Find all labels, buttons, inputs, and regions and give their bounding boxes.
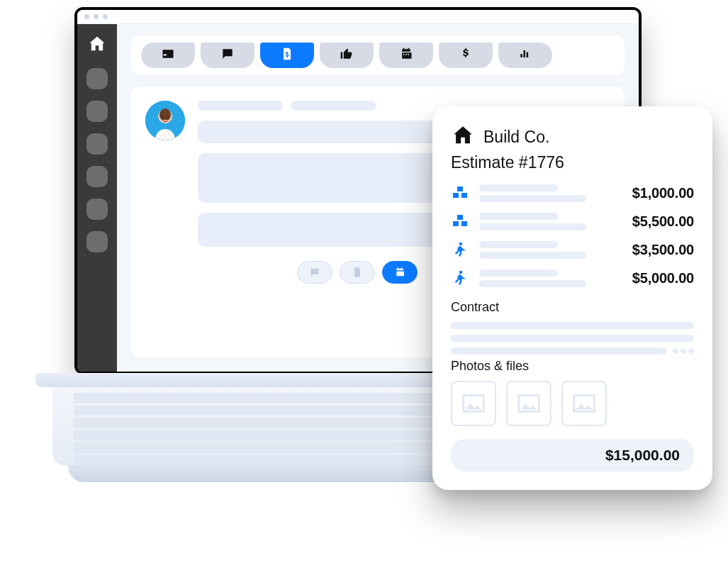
person-walking-icon	[451, 240, 469, 259]
sidebar-item[interactable]	[86, 166, 108, 187]
document-money-icon	[280, 47, 294, 64]
bar-chart-icon	[518, 47, 532, 64]
person-walking-icon	[451, 269, 469, 287]
customer-avatar	[145, 101, 185, 140]
line-item: $1,000.00	[451, 184, 694, 202]
line-item: $3,500.00	[451, 240, 694, 259]
sidebar-item[interactable]	[86, 68, 108, 89]
svg-rect-8	[453, 221, 459, 226]
action-document[interactable]	[340, 261, 375, 284]
line-item: $5,000.00	[451, 269, 694, 287]
boxes-icon	[451, 184, 469, 202]
line-item-price: $3,500.00	[632, 242, 694, 258]
company-name: Build Co.	[483, 128, 549, 147]
thumbs-up-icon	[340, 47, 354, 64]
sidebar-item[interactable]	[86, 231, 108, 252]
estimate-total: $15,000.00	[451, 439, 694, 472]
boxes-icon	[451, 212, 469, 230]
id-card-icon	[161, 47, 175, 64]
photos-heading: Photos & files	[451, 359, 694, 374]
line-item-price: $5,000.00	[632, 270, 694, 286]
tab-estimates[interactable]	[260, 43, 314, 68]
attachment-thumbnails	[451, 381, 694, 426]
line-item-price: $5,500.00	[632, 213, 694, 230]
estimate-number: Estimate #1776	[451, 153, 694, 172]
action-schedule[interactable]	[382, 261, 418, 284]
line-item: $5,500.00	[451, 212, 694, 230]
svg-point-11	[459, 271, 463, 274]
app-sidebar	[77, 24, 117, 372]
contract-heading: Contract	[451, 300, 694, 315]
svg-point-10	[459, 243, 463, 246]
total-amount: $15,000.00	[605, 447, 680, 464]
sidebar-item[interactable]	[86, 199, 108, 220]
tab-schedule[interactable]	[379, 43, 433, 68]
home-icon[interactable]	[87, 34, 107, 57]
image-thumbnail[interactable]	[561, 381, 607, 426]
svg-rect-9	[461, 221, 467, 226]
contract-preview	[451, 322, 694, 355]
window-dot	[94, 14, 99, 19]
svg-rect-6	[461, 193, 467, 198]
skeleton-line	[291, 101, 376, 111]
tab-contact[interactable]	[141, 43, 195, 68]
sidebar-item[interactable]	[86, 101, 108, 122]
line-item-price: $1,000.00	[632, 185, 694, 201]
tab-approvals[interactable]	[320, 43, 374, 68]
sidebar-item[interactable]	[86, 133, 108, 155]
home-icon	[451, 123, 475, 150]
estimate-panel: Build Co. Estimate #1776 $1,000.00 $5,50…	[432, 106, 712, 490]
action-message[interactable]	[297, 261, 332, 284]
browser-chrome	[77, 10, 639, 24]
window-dot	[84, 14, 89, 19]
line-items: $1,000.00 $5,500.00 $3,500.00 $5,000.00	[451, 184, 694, 287]
chat-icon	[220, 47, 235, 64]
image-thumbnail[interactable]	[506, 381, 551, 426]
tab-bar	[131, 35, 625, 75]
image-thumbnail[interactable]	[451, 381, 496, 426]
calendar-icon	[399, 47, 413, 64]
tab-reports[interactable]	[498, 43, 552, 68]
svg-rect-7	[457, 215, 463, 220]
window-dot	[103, 14, 108, 19]
dollar-icon	[459, 47, 473, 64]
svg-point-2	[162, 116, 164, 118]
skeleton-line	[198, 101, 283, 111]
tab-payments[interactable]	[439, 43, 493, 68]
svg-rect-5	[453, 193, 459, 198]
svg-rect-4	[457, 186, 463, 191]
svg-point-3	[167, 116, 169, 118]
tab-messages[interactable]	[201, 43, 254, 68]
